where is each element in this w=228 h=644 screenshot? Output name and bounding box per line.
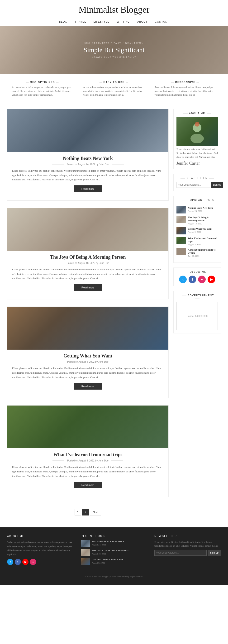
sidebar-about: ABOUT ME Etiam placerat velit vitae dui … bbox=[173, 109, 221, 169]
feature-responsive-title: — RESPONSIVE — bbox=[155, 81, 216, 84]
page-btn-1[interactable]: 1 bbox=[75, 509, 81, 516]
footer-recent-date-1: August 24, 2022 bbox=[92, 544, 124, 546]
post-body-1: Nothing Beats New York Posted on August … bbox=[7, 152, 168, 196]
read-more-btn-3[interactable]: Read more bbox=[74, 383, 102, 390]
feature-seo: — SEO OPTIMIZED — Accus ardium et dolor … bbox=[7, 78, 78, 99]
footer-recent-post-1: NOTHING BEATS NEW YORK August 24, 2022 bbox=[81, 540, 147, 547]
post-image-2 bbox=[7, 208, 168, 251]
footer-recent-title: RECENT POSTS bbox=[81, 534, 147, 538]
ad-text: Banner Ad 300x300 bbox=[187, 315, 208, 318]
post-image-4 bbox=[7, 406, 168, 448]
feature-easy-text: Accus ardium et dolor emque veri tatis a… bbox=[83, 86, 145, 97]
popular-thumb-5 bbox=[176, 248, 186, 255]
post-excerpt-1: Etiam placerat velit vitae dui blandit s… bbox=[12, 168, 164, 182]
sidebar-newsletter: NEWSLETTER Sign Up bbox=[173, 174, 221, 191]
popular-post-4: What I've learned from road trips August… bbox=[176, 237, 218, 246]
footer-about-title: ABOUT ME bbox=[7, 534, 74, 538]
post-meta-1: Posted on August 24, 2022 by John Doe bbox=[12, 163, 164, 166]
sidebar-ad-title: ADVERTISEMENT bbox=[176, 294, 218, 300]
read-more-btn-4[interactable]: Read more bbox=[74, 482, 102, 488]
nav-about[interactable]: ABOUT bbox=[137, 20, 147, 23]
footer-newsletter-text: Etiam placerat velit vitae dui blandit s… bbox=[154, 540, 221, 548]
popular-post-date-2: August 18, 2022 bbox=[188, 222, 218, 225]
post-excerpt-3: Etiam placerat velit vitae dui blandit s… bbox=[12, 366, 164, 379]
footer-signup-btn[interactable]: Sign Up bbox=[208, 550, 221, 556]
instagram-icon[interactable]: ● bbox=[198, 276, 206, 283]
post-meta-4: Posted on August 3, 2022 by John Doe bbox=[12, 459, 164, 462]
footer-recent-post-2: THE JOYS OF BEING A MORNING... August 18… bbox=[81, 549, 147, 556]
nav-contact[interactable]: CONTACT bbox=[155, 20, 169, 23]
footer-social-icons: t f ▶ ● bbox=[7, 559, 74, 565]
about-image-svg bbox=[185, 120, 209, 143]
nav-writing[interactable]: WRITING bbox=[117, 20, 130, 23]
popular-post-info-2: The Joys Of Being A Morning Person Augus… bbox=[188, 216, 218, 225]
post-date-2: Posted on August 18, 2022 by John Doe bbox=[67, 262, 109, 264]
footer-recent-info-2: THE JOYS OF BEING A MORNING... August 18… bbox=[92, 549, 131, 555]
feature-easy: — EASY TO USE — Accus ardium et dolor em… bbox=[78, 78, 150, 99]
popular-post-title-2: The Joys Of Being A Morning Person bbox=[188, 216, 218, 222]
hero-overlay: SEO OPTIMIZED / FAST / BEAUTIFUL Simple … bbox=[84, 42, 145, 58]
read-more-btn-2[interactable]: Read more bbox=[74, 284, 102, 291]
popular-post-date-5: July 21, 2022 bbox=[188, 255, 218, 257]
post-date-3: Posted on August 9, 2022 by John Doe bbox=[67, 360, 108, 363]
page-next-btn[interactable]: Next bbox=[90, 509, 102, 516]
footer-recent-title-1: NOTHING BEATS NEW YORK bbox=[92, 540, 124, 543]
footer-about-col: ABOUT ME Sed ut perspiciatis unde omnis … bbox=[7, 534, 74, 567]
post-title-2: The Joys Of Being A Morning Person bbox=[12, 254, 164, 260]
facebook-icon[interactable]: f bbox=[189, 276, 196, 283]
popular-post-info-3: Getting What You Want August 9, 2022 bbox=[188, 227, 212, 233]
youtube-icon[interactable]: ▶ bbox=[208, 276, 215, 283]
footer-thumb-3 bbox=[81, 558, 90, 565]
post-title-4: What I've learned from road trips bbox=[12, 452, 164, 458]
post-excerpt-2: Etiam placerat velit vitae dui blandit s… bbox=[12, 267, 164, 280]
hero-section: SEO OPTIMIZED / FAST / BEAUTIFUL Simple … bbox=[0, 26, 228, 74]
footer-email-input[interactable] bbox=[154, 550, 207, 556]
nav-lifestyle[interactable]: LIFESTYLE bbox=[94, 20, 110, 23]
popular-post-title-1: Nothing Beats New York bbox=[188, 206, 213, 210]
newsletter-email-input[interactable] bbox=[176, 182, 210, 188]
read-more-btn-1[interactable]: Read more bbox=[74, 186, 102, 192]
main-nav: BLOG TRAVEL LIFESTYLE WRITING ABOUT CONT… bbox=[0, 17, 228, 26]
twitter-icon[interactable]: t bbox=[179, 276, 187, 283]
post-title-1: Nothing Beats New York bbox=[12, 156, 164, 161]
footer-twitter-icon[interactable]: t bbox=[7, 559, 13, 565]
newsletter-signup-btn[interactable]: Sign Up bbox=[211, 182, 223, 188]
popular-thumb-4 bbox=[176, 237, 186, 244]
sidebar: ABOUT ME Etiam placerat velit vitae dui … bbox=[173, 109, 221, 523]
ad-banner: Banner Ad 300x300 bbox=[176, 302, 218, 330]
features-section: — SEO OPTIMIZED — Accus ardium et dolor … bbox=[0, 74, 228, 104]
feature-seo-title: — SEO OPTIMIZED — bbox=[12, 81, 73, 84]
post-meta-3: Posted on August 9, 2022 by John Doe bbox=[12, 360, 164, 363]
post-date-4: Posted on August 3, 2022 by John Doe bbox=[67, 459, 108, 462]
post-body-2: The Joys Of Being A Morning Person Poste… bbox=[7, 251, 168, 294]
footer-facebook-icon[interactable]: f bbox=[15, 559, 21, 565]
nav-blog[interactable]: BLOG bbox=[59, 20, 67, 23]
svg-point-1 bbox=[191, 134, 204, 143]
hero-title: Simple But Significant bbox=[84, 46, 145, 54]
page-btn-2[interactable]: 2 bbox=[82, 509, 89, 516]
popular-thumb-2 bbox=[176, 216, 186, 223]
popular-post-5: A quick beginner's guide to writing July… bbox=[176, 248, 218, 257]
sidebar-follow-title: FOLLOW ME bbox=[176, 270, 218, 273]
sidebar-popular: POPULAR POSTS Nothing Beats New York Aug… bbox=[173, 196, 221, 263]
nav-travel[interactable]: TRAVEL bbox=[75, 20, 86, 23]
post-meta-2: Posted on August 18, 2022 by John Doe bbox=[12, 262, 164, 264]
popular-post-3: Getting What You Want August 9, 2022 bbox=[176, 227, 218, 234]
footer-recent-title-2: THE JOYS OF BEING A MORNING... bbox=[92, 549, 131, 552]
popular-post-date-1: August 24, 2022 bbox=[188, 210, 213, 212]
post-body-4: What I've learned from road trips Posted… bbox=[7, 448, 168, 492]
post-title-3: Getting What You Want bbox=[12, 353, 164, 359]
footer-recent-date-2: August 18, 2022 bbox=[92, 552, 131, 555]
post-image-3 bbox=[7, 307, 168, 350]
sidebar-popular-title: POPULAR POSTS bbox=[176, 199, 218, 204]
popular-post-info-4: What I've learned from road trips August… bbox=[188, 237, 218, 246]
footer-youtube-icon[interactable]: ▶ bbox=[22, 559, 28, 565]
footer-recent-info-3: GETTING WHAT YOU WANT August 9, 2022 bbox=[92, 558, 123, 564]
post-card-4: What I've learned from road trips Posted… bbox=[7, 405, 169, 497]
post-body-3: Getting What You Want Posted on August 9… bbox=[7, 350, 168, 393]
post-image-1 bbox=[7, 109, 168, 152]
footer-recent-post-3: GETTING WHAT YOU WANT August 9, 2022 bbox=[81, 558, 147, 565]
post-card-3: Getting What You Want Posted on August 9… bbox=[7, 306, 169, 398]
site-footer: ABOUT ME Sed ut perspiciatis unde omnis … bbox=[0, 528, 228, 585]
footer-instagram-icon[interactable]: ● bbox=[30, 559, 36, 565]
